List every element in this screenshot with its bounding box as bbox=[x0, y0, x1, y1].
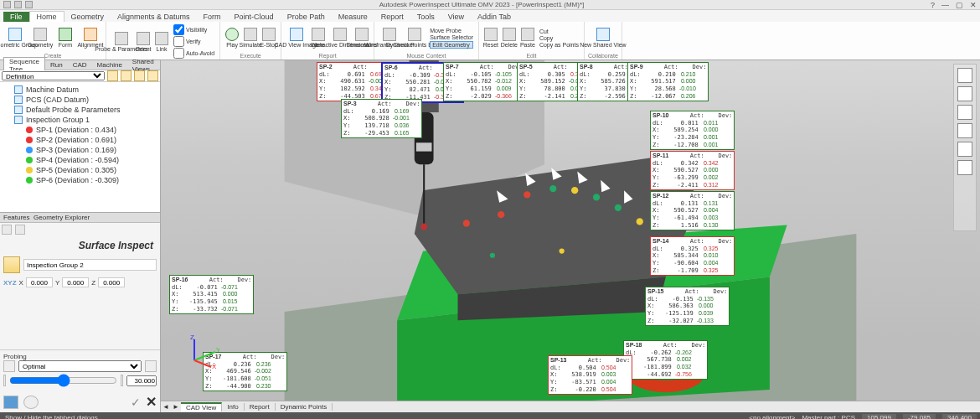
group-name-input[interactable] bbox=[23, 259, 157, 271]
tab-view[interactable]: View bbox=[441, 12, 471, 22]
tree-node[interactable]: SP-4 (Deviation : -0.594) bbox=[3, 155, 157, 165]
vptab-cadview[interactable]: CAD View bbox=[181, 402, 222, 411]
tab-probepath[interactable]: Probe Path bbox=[281, 12, 332, 22]
callout-sp-15[interactable]: SP-15 Act: Dev: dL: -0.135 -0.135 X: 586… bbox=[645, 287, 730, 326]
tree-node[interactable]: SP-5 (Deviation : 0.305) bbox=[3, 165, 157, 175]
viewcube-iso[interactable] bbox=[957, 123, 972, 138]
delete-button[interactable]: Delete bbox=[501, 23, 518, 52]
qat-save-icon[interactable] bbox=[3, 1, 11, 8]
feat-tool-2[interactable] bbox=[15, 225, 25, 235]
vptab-info[interactable]: Info bbox=[222, 403, 244, 411]
vptab-dynpoints[interactable]: Dynamic Points bbox=[276, 403, 333, 411]
group-icon[interactable] bbox=[3, 256, 20, 273]
tab-geometry[interactable]: Geometry bbox=[64, 12, 111, 22]
callout-sp-13[interactable]: SP-13 Act: Dev: dL: 0.504 0.504 X: 538.9… bbox=[548, 355, 632, 395]
tab-addin[interactable]: Addin Tab bbox=[471, 12, 518, 22]
simulate-button[interactable]: Simulate bbox=[242, 23, 259, 52]
btn-monitor[interactable] bbox=[3, 396, 18, 409]
definition-select[interactable]: Definition bbox=[2, 71, 105, 80]
close-button[interactable]: ✕ bbox=[970, 1, 977, 9]
vptab-report[interactable]: Report bbox=[245, 403, 276, 411]
callout-sp-11[interactable]: SP-11 Act: Dev: dL: 0.342 0.342 X: 590.5… bbox=[650, 151, 735, 190]
probing-mode-select[interactable]: Optimal bbox=[18, 360, 142, 372]
minimize-button[interactable]: — bbox=[941, 1, 949, 9]
tree-node[interactable]: PCS (CAD Datum) bbox=[3, 95, 157, 105]
x-input[interactable] bbox=[26, 277, 53, 287]
shared-view-button[interactable]: New Shared View bbox=[591, 23, 615, 52]
copy-points-item[interactable]: Copy as Points bbox=[539, 42, 579, 48]
slider-end-icon[interactable] bbox=[121, 375, 123, 386]
slider-icon[interactable] bbox=[3, 375, 6, 386]
copy-item[interactable]: Copy bbox=[539, 35, 579, 41]
tree-node[interactable]: SP-1 (Deviation : 0.434) bbox=[3, 125, 157, 135]
verify-check[interactable]: Verify bbox=[173, 36, 214, 47]
sequence-tree[interactable]: Machine DatumPCS (CAD Datum)Default Prob… bbox=[0, 82, 160, 212]
callout-sp-10[interactable]: SP-10 Act: Dev: dL: 0.011 0.011 X: 589.2… bbox=[650, 111, 735, 150]
feat-tool-1[interactable] bbox=[2, 225, 12, 235]
reset-button[interactable]: Reset bbox=[482, 23, 499, 52]
z-input[interactable] bbox=[98, 277, 125, 287]
tab-report[interactable]: Report bbox=[374, 12, 410, 22]
tree-node[interactable]: Inspection Group 1 bbox=[3, 115, 157, 125]
btn-accept[interactable]: ✓ bbox=[131, 396, 141, 409]
tab-tools[interactable]: Tools bbox=[410, 12, 441, 22]
link-button[interactable]: Link bbox=[153, 28, 170, 56]
y-input[interactable] bbox=[62, 277, 89, 287]
cadview-image-button[interactable]: CAD View Image bbox=[285, 23, 308, 52]
visibility-check[interactable]: Visibility bbox=[173, 24, 214, 35]
tab-home[interactable]: Home bbox=[29, 11, 64, 22]
autoavoid-check[interactable]: Auto-Avoid bbox=[173, 48, 214, 59]
tree-node[interactable]: SP-3 (Deviation : 0.169) bbox=[3, 145, 157, 155]
probing-icon[interactable] bbox=[3, 360, 15, 372]
probing-value[interactable] bbox=[126, 375, 157, 386]
toolbtn-2[interactable] bbox=[121, 70, 132, 81]
seqtab-cad[interactable]: CAD bbox=[68, 61, 92, 69]
moveprobe-item[interactable]: Move Probe bbox=[430, 28, 473, 34]
cad-viewport[interactable]: SP-2 Act: Dev: dL: 0.691 0.691 X: 490.63… bbox=[161, 60, 980, 412]
vp-prev[interactable]: ◄ bbox=[161, 403, 171, 411]
form-button[interactable]: Form bbox=[54, 23, 77, 52]
viewcube-axes[interactable] bbox=[957, 105, 972, 120]
vp-next[interactable]: ► bbox=[171, 403, 181, 411]
geometric-group-button[interactable]: Geometric Group bbox=[3, 23, 27, 52]
callout-sp-12[interactable]: SP-12 Act: Dev: dL: 0.131 0.131 X: 590.5… bbox=[650, 191, 735, 230]
orient-button[interactable]: Orient bbox=[135, 28, 152, 56]
tree-node[interactable]: Default Probe & Parameters bbox=[3, 105, 157, 115]
cut-item[interactable]: Cut bbox=[539, 28, 579, 34]
probing-slider[interactable] bbox=[9, 377, 117, 384]
tab-form[interactable]: Form bbox=[197, 12, 228, 22]
qat-undo-icon[interactable] bbox=[14, 1, 22, 8]
tree-node[interactable]: Machine Datum bbox=[3, 85, 157, 95]
viewcube-fit[interactable] bbox=[957, 142, 972, 157]
seqtab-machine[interactable]: Machine bbox=[92, 61, 127, 69]
paste-button[interactable]: Paste bbox=[519, 23, 536, 52]
callout-sp-9[interactable]: SP-9 Act: Dev: dL: 0.210 0.210 X: 591.51… bbox=[627, 62, 709, 101]
btn-cancel[interactable]: ✕ bbox=[146, 394, 157, 410]
edit-geometry-item[interactable]: Edit Geometry bbox=[430, 41, 473, 49]
qat-redo-icon[interactable] bbox=[25, 1, 33, 8]
probe-params-button[interactable]: Probe & Parameters bbox=[110, 28, 133, 56]
callout-sp-7[interactable]: SP-7 Act: Dev: dL: -0.105 -0.105 X: 550.… bbox=[443, 62, 524, 101]
viewcube-wireframe[interactable] bbox=[957, 160, 972, 175]
viewcube-front[interactable] bbox=[957, 86, 972, 101]
tab-measure[interactable]: Measure bbox=[332, 12, 374, 22]
tab-file[interactable]: File bbox=[3, 12, 29, 22]
seqtab-run[interactable]: Run bbox=[45, 61, 68, 69]
toolbtn-4[interactable] bbox=[147, 70, 158, 81]
probing-opt-icon[interactable] bbox=[145, 360, 157, 372]
tab-alignments[interactable]: Alignments & Datums bbox=[111, 12, 197, 22]
geometry-button[interactable]: Geometry bbox=[28, 23, 52, 52]
btn-record[interactable] bbox=[23, 396, 39, 409]
callout-sp-16[interactable]: SP-16 Act: Dev: dL: -0.071 -0.071 X: 513… bbox=[169, 275, 254, 314]
callout-sp-14[interactable]: SP-14 Act: Dev: dL: 0.325 0.325 X: 585.3… bbox=[650, 236, 735, 276]
help-icon[interactable]: ? bbox=[931, 1, 935, 9]
toolbtn-1[interactable] bbox=[107, 70, 118, 81]
toolbtn-3[interactable] bbox=[134, 70, 145, 81]
play-button[interactable]: Play bbox=[224, 23, 240, 52]
dynpoints-button[interactable]: Dynamic Points Editor bbox=[403, 23, 426, 52]
callout-sp-18[interactable]: SP-18 Act: Dev: dL: -0.262 -0.262 X: 567… bbox=[623, 340, 708, 380]
viewcube[interactable] bbox=[957, 68, 972, 83]
maximize-button[interactable]: ▢ bbox=[956, 1, 963, 9]
tab-pointcloud[interactable]: Point-Cloud bbox=[228, 12, 281, 22]
tree-node[interactable]: SP-2 (Deviation : 0.691) bbox=[3, 135, 157, 145]
